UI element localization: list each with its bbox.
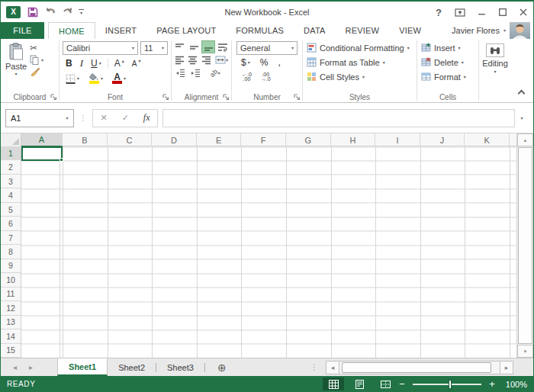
comma-style-button[interactable]: , bbox=[276, 56, 281, 69]
undo-button[interactable]: ▾ bbox=[45, 8, 55, 17]
clipboard-dialog-launcher[interactable] bbox=[50, 94, 57, 101]
tab-data[interactable]: DATA bbox=[294, 22, 336, 39]
font-color-button[interactable]: A ▾ bbox=[111, 72, 127, 85]
user-account[interactable]: Javier Flores ▾ bbox=[452, 22, 533, 39]
font-size-combo[interactable]: 11 ▾ bbox=[140, 41, 168, 55]
insert-button[interactable]: Insert ▾ bbox=[419, 40, 477, 55]
column-header-d[interactable]: D bbox=[152, 133, 197, 146]
cell-styles-button[interactable]: Cell Styles ▾ bbox=[304, 69, 415, 84]
format-painter-button[interactable] bbox=[30, 67, 43, 77]
tab-file[interactable]: FILE bbox=[1, 22, 44, 39]
middle-align-button[interactable] bbox=[188, 40, 201, 53]
row-header-6[interactable]: 6 bbox=[1, 217, 21, 230]
row-header-12[interactable]: 12 bbox=[1, 301, 21, 315]
delete-button[interactable]: Delete ▾ bbox=[419, 55, 477, 69]
name-box[interactable]: A1 ▾ bbox=[5, 109, 74, 127]
increase-font-size-button[interactable]: A▴ bbox=[113, 56, 126, 70]
accounting-format-button[interactable]: $ ▾ bbox=[240, 56, 252, 69]
zoom-level[interactable]: 100% bbox=[503, 380, 529, 389]
column-header-j[interactable]: J bbox=[420, 133, 465, 146]
column-header-f[interactable]: F bbox=[241, 133, 286, 146]
collapse-ribbon-button[interactable] bbox=[518, 90, 526, 98]
column-header-i[interactable]: I bbox=[375, 133, 420, 146]
row-header-9[interactable]: 9 bbox=[1, 259, 21, 273]
zoom-out-button[interactable]: − bbox=[397, 378, 407, 390]
orientation-button[interactable]: ab ▾ bbox=[204, 66, 227, 79]
select-all-button[interactable] bbox=[1, 133, 21, 146]
column-header-a[interactable]: A bbox=[21, 133, 63, 146]
horizontal-scroll-thumb[interactable] bbox=[342, 362, 491, 373]
sheet-grid[interactable] bbox=[21, 146, 516, 358]
merge-center-button[interactable]: ▾ bbox=[214, 53, 230, 66]
italic-button[interactable]: I bbox=[79, 56, 85, 70]
row-header-13[interactable]: 13 bbox=[1, 316, 21, 329]
tab-scroll-splitter[interactable]: ⋮ bbox=[310, 358, 326, 376]
scroll-up-button[interactable]: ▴ bbox=[517, 133, 533, 146]
tab-home[interactable]: HOME bbox=[48, 22, 95, 39]
customize-qat-button[interactable]: ▾ bbox=[79, 9, 84, 15]
zoom-in-button[interactable]: + bbox=[487, 378, 497, 390]
tab-formulas[interactable]: FORMULAS bbox=[226, 22, 294, 39]
borders-button[interactable]: ▾ bbox=[64, 72, 81, 85]
conditional-formatting-button[interactable]: Conditional Formatting ▾ bbox=[304, 40, 415, 55]
copy-button[interactable]: ▾ bbox=[30, 55, 43, 65]
user-avatar[interactable] bbox=[510, 22, 530, 39]
row-header-14[interactable]: 14 bbox=[1, 329, 21, 343]
scroll-left-button[interactable]: ◂ bbox=[326, 361, 339, 374]
column-header-e[interactable]: E bbox=[197, 133, 242, 146]
cut-button[interactable]: ✂ bbox=[30, 43, 43, 53]
help-button[interactable]: ? bbox=[436, 7, 442, 18]
sheet-tab-sheet1[interactable]: Sheet1 bbox=[57, 358, 108, 376]
page-break-preview-button[interactable] bbox=[375, 378, 396, 390]
minimize-button[interactable] bbox=[478, 8, 486, 16]
align-left-button[interactable] bbox=[173, 53, 186, 66]
page-layout-view-button[interactable] bbox=[349, 378, 370, 390]
close-button[interactable] bbox=[520, 8, 527, 16]
row-header-11[interactable]: 11 bbox=[1, 288, 21, 301]
new-sheet-button[interactable]: ⊕ bbox=[205, 358, 239, 376]
sheet-tab-sheet2[interactable]: Sheet2 bbox=[108, 358, 156, 376]
center-button[interactable] bbox=[187, 53, 200, 66]
font-dialog-launcher[interactable] bbox=[162, 94, 169, 101]
row-header-8[interactable]: 8 bbox=[1, 245, 21, 259]
formula-bar-splitter[interactable]: ⋮ bbox=[79, 114, 87, 122]
column-header-c[interactable]: C bbox=[108, 133, 153, 146]
font-family-combo[interactable]: Calibri ▾ bbox=[63, 41, 138, 55]
column-header-b[interactable]: B bbox=[63, 133, 108, 146]
normal-view-button[interactable] bbox=[323, 378, 344, 390]
format-as-table-button[interactable]: Format as Table ▾ bbox=[304, 55, 415, 69]
vertical-scrollbar[interactable]: ▴ ▾ bbox=[516, 133, 533, 358]
decrease-decimal-button[interactable]: .00 →.0 bbox=[259, 71, 273, 83]
row-header-2[interactable]: 2 bbox=[1, 160, 21, 174]
tab-view[interactable]: VIEW bbox=[389, 22, 431, 39]
sheet-nav-right-icon[interactable]: ▸ bbox=[29, 363, 33, 371]
tab-review[interactable]: REVIEW bbox=[336, 22, 390, 39]
cancel-button[interactable]: ✕ bbox=[100, 113, 107, 123]
formula-input[interactable] bbox=[162, 109, 515, 127]
column-header-g[interactable]: G bbox=[286, 133, 331, 146]
redo-button[interactable]: ▾ bbox=[62, 8, 72, 17]
increase-indent-button[interactable] bbox=[188, 66, 203, 79]
sheet-tab-sheet3[interactable]: Sheet3 bbox=[156, 358, 204, 376]
row-header-10[interactable]: 10 bbox=[1, 273, 21, 287]
decrease-indent-button[interactable] bbox=[173, 66, 188, 79]
percent-style-button[interactable]: % bbox=[259, 56, 270, 69]
alignment-dialog-launcher[interactable] bbox=[223, 94, 230, 101]
row-header-15[interactable]: 15 bbox=[1, 344, 21, 358]
horizontal-scrollbar[interactable]: ◂ ▸ bbox=[326, 360, 513, 374]
tab-insert[interactable]: INSERT bbox=[95, 22, 146, 39]
top-align-button[interactable] bbox=[173, 40, 187, 53]
row-header-5[interactable]: 5 bbox=[1, 203, 21, 217]
sheet-nav-left-icon[interactable]: ◂ bbox=[13, 363, 17, 371]
zoom-slider-handle[interactable] bbox=[449, 380, 452, 389]
selected-cell-a1[interactable] bbox=[21, 146, 63, 161]
row-header-3[interactable]: 3 bbox=[1, 175, 21, 188]
align-right-button[interactable] bbox=[200, 53, 213, 66]
bold-button[interactable]: B bbox=[64, 56, 74, 70]
excel-logo-icon[interactable]: X bbox=[6, 6, 21, 18]
ribbon-display-options-button[interactable] bbox=[455, 8, 465, 17]
row-header-4[interactable]: 4 bbox=[1, 188, 21, 202]
scroll-down-button[interactable]: ▾ bbox=[517, 345, 533, 358]
editing-button[interactable]: Editing ▾ bbox=[481, 40, 510, 74]
maximize-button[interactable] bbox=[499, 8, 507, 16]
